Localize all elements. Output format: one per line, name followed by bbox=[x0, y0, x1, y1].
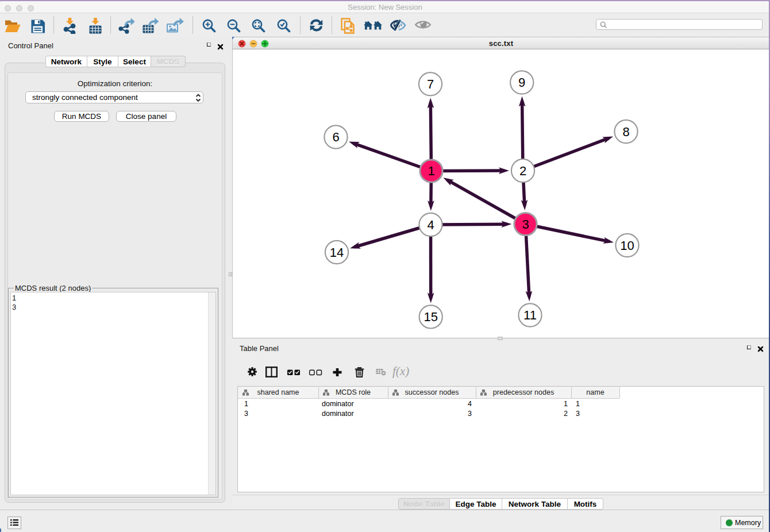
svg-text:2: 2 bbox=[519, 164, 526, 178]
svg-text:1: 1 bbox=[428, 164, 434, 178]
svg-text:3: 3 bbox=[522, 217, 529, 232]
svg-text:15: 15 bbox=[424, 310, 437, 324]
svg-text:14: 14 bbox=[330, 245, 344, 260]
svg-text:9: 9 bbox=[518, 75, 525, 90]
svg-text:11: 11 bbox=[523, 308, 537, 322]
svg-text:10: 10 bbox=[620, 238, 634, 253]
svg-text:4: 4 bbox=[427, 218, 434, 232]
svg-text:8: 8 bbox=[622, 125, 629, 139]
svg-text:6: 6 bbox=[332, 130, 339, 144]
svg-text:7: 7 bbox=[427, 77, 434, 91]
